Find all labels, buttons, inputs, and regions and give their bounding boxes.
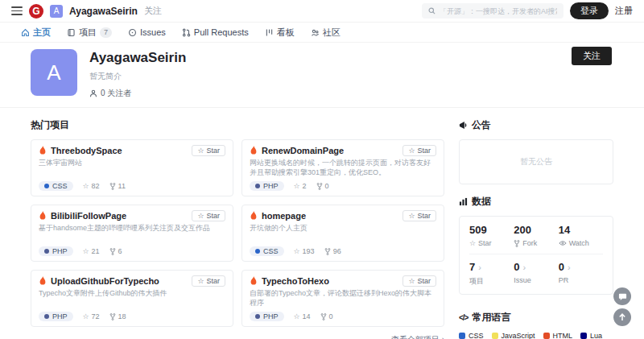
fork-count: 96 [324,247,341,255]
main-content: 热门项目 ThreebodySpace ☆Star 三体宇宙网站 CSS ☆82… [0,108,644,339]
tab-community[interactable]: 社区 [311,27,341,39]
bar-chart-icon [459,197,468,206]
star-icon: ☆ [408,212,415,220]
stat-projects[interactable]: 7› 项目 [469,261,514,287]
star-icon: ☆ [408,277,415,285]
register-button[interactable]: 注册 [615,5,633,17]
fork-count: 0 [320,312,333,320]
code-icon: </> [459,313,468,322]
language-dot [580,333,587,339]
stat-star: 509 ☆Star [469,224,514,247]
popular-projects-grid: ThreebodySpace ☆Star 三体宇宙网站 CSS ☆82 11 R… [31,139,444,327]
project-card[interactable]: TypechoToHexo ☆Star 自部署的Typecho文章，评论数据迁移… [242,270,444,327]
language-dot [255,249,260,254]
project-card[interactable]: ThreebodySpace ☆Star 三体宇宙网站 CSS ☆82 11 [31,139,233,196]
project-description: 三体宇宙网站 [39,159,225,177]
stat-prs[interactable]: 0› PR [559,261,603,287]
stats-title: 数据 [459,195,613,209]
project-name[interactable]: RenewDomainPage [262,146,344,155]
project-description: 自部署的Typecho文章，评论数据迁移到Hexo的伟大脚本程序 [250,289,436,308]
megaphone-icon [459,121,468,130]
fork-count: 6 [109,247,122,255]
top-bar: G A AyagawaSeirin 关注 登录 注册 [0,0,644,23]
language-dot [459,333,465,339]
stat-watch: 14 Watch [559,224,603,247]
back-to-top-button[interactable] [613,308,631,326]
flame-icon [39,276,47,286]
tab-label: 主页 [33,27,51,39]
project-card[interactable]: UploadGithubForTypecho ☆Star Typecho文章附件… [31,270,233,327]
languages-list: CSS JavaScript HTML Lua PHP [459,332,613,339]
project-name[interactable]: ThreebodySpace [51,146,122,155]
fork-icon [320,313,327,320]
project-card[interactable]: RenewDomainPage ☆Star 网站更换域名的时候，一个跳转的提示页… [242,139,444,196]
profile-header: A AyagawaSeirin 暂无简介 0 关注者 关注 [0,43,644,108]
project-name[interactable]: TypechoToHexo [262,276,329,286]
star-button[interactable]: ☆Star [192,210,225,221]
flame-icon [250,146,258,155]
avatar: A [31,49,77,96]
fork-icon [109,248,116,255]
menu-icon[interactable] [11,6,23,15]
tab-home[interactable]: 主页 [21,27,51,39]
fork-icon [109,183,116,190]
chevron-right-icon: › [478,263,481,272]
star-count: ☆2 [294,182,307,190]
followers-count[interactable]: 0 关注者 [89,88,186,99]
language-dot [44,249,49,254]
language-badge: PHP [39,312,73,321]
profile-bio: 暂无简介 [89,71,186,82]
star-button[interactable]: ☆Star [192,275,225,287]
search-input[interactable] [440,7,557,15]
stat-issues[interactable]: 0› Issue [514,261,558,287]
fork-count: 18 [109,312,126,320]
right-sidebar: 公告 暂无公告 数据 509 ☆Star 200 Fork 14 Watch [459,108,613,339]
user-mini-avatar[interactable]: A [50,5,63,18]
main-nav: 主页 项目 7 Issues Pull Requests 看板 社区 [0,23,644,43]
project-name[interactable]: UploadGithubForTypecho [51,276,159,286]
tab-label: 项目 [79,27,97,39]
tab-projects[interactable]: 项目 7 [67,27,112,39]
fork-icon [109,313,116,320]
languages-title: </> 常用语言 [459,311,613,325]
tab-label: Pull Requests [194,27,249,37]
profile-info: AyagawaSeirin 暂无简介 0 关注者 [89,49,186,99]
fork-count: 0 [316,182,329,190]
language-item: Lua [580,332,602,339]
person-icon [89,89,97,97]
project-card[interactable]: homepage ☆Star 开坑做的个人主页 CSS ☆193 96 [242,205,444,262]
language-item: HTML [543,332,573,339]
star-button[interactable]: ☆Star [192,145,225,156]
topbar-follow-link[interactable]: 关注 [144,5,162,17]
flame-icon [39,211,47,221]
follow-button[interactable]: 关注 [572,47,612,65]
language-dot [255,184,260,188]
tab-pull-requests[interactable]: Pull Requests [182,27,249,37]
project-name[interactable]: homepage [262,211,306,221]
star-icon: ☆ [197,147,204,155]
followers-label: 0 关注者 [101,88,131,99]
tab-board[interactable]: 看板 [265,27,295,39]
profile-name: AyagawaSeirin [89,50,186,66]
project-description: 基于handsome主题的哔哩哔哩系列关注页及交互作品 [39,224,225,242]
language-dot [44,184,49,188]
pull-request-icon [182,28,191,37]
project-card[interactable]: BilibiliFollowPage ☆Star 基于handsome主题的哔哩… [31,205,233,262]
fork-icon [324,248,331,255]
star-icon: ☆ [197,212,204,220]
view-all-projects-link[interactable]: 查看全部项目 › [391,334,444,339]
language-dot [492,333,498,339]
feedback-button[interactable] [613,287,631,305]
topbar-username[interactable]: AyagawaSeirin [69,6,138,17]
project-name[interactable]: BilibiliFollowPage [51,211,126,221]
issue-icon [128,28,137,37]
star-button[interactable]: ☆Star [402,145,436,156]
search-box[interactable] [422,3,564,19]
star-button[interactable]: ☆Star [402,210,436,221]
star-button[interactable]: ☆Star [402,275,436,287]
tab-label: Issues [140,27,166,37]
login-button[interactable]: 登录 [570,2,609,19]
tab-issues[interactable]: Issues [128,27,166,37]
flame-icon [250,211,258,221]
gitee-logo[interactable]: G [29,4,43,19]
